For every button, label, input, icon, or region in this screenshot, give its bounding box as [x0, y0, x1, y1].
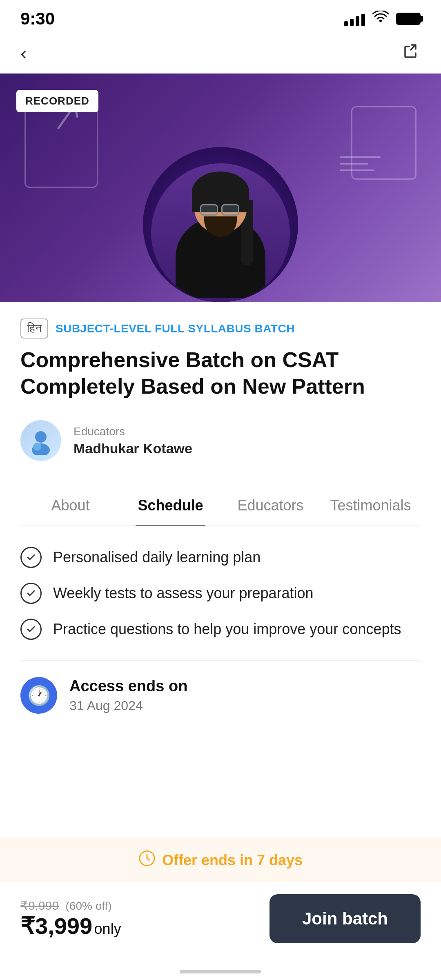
current-price: ₹3,999 [20, 913, 92, 939]
check-circle-icon [20, 619, 42, 640]
feature-item: Weekly tests to assess your preparation [20, 583, 421, 604]
offer-clock-icon [138, 850, 156, 871]
avatar [20, 420, 61, 461]
svg-point-2 [33, 443, 41, 451]
educator-silhouette [163, 167, 278, 298]
tab-educators[interactable]: Educators [220, 486, 321, 526]
nav-bar: ‹ [0, 33, 441, 74]
feature-text-2: Weekly tests to assess your preparation [53, 585, 314, 602]
access-label: Access ends on [69, 677, 187, 695]
batch-type-row: हिन SUBJECT-LEVEL FULL SYLLABUS BATCH [20, 318, 421, 339]
battery-icon [396, 13, 421, 25]
home-indicator-bar [180, 970, 261, 973]
check-circle-icon [20, 583, 42, 604]
check-circle-icon [20, 547, 42, 568]
hindi-badge: हिन [20, 318, 48, 339]
educator-figure [151, 163, 290, 302]
educator-text: Educators Madhukar Kotawe [74, 425, 192, 457]
join-batch-button[interactable]: Join batch [270, 894, 421, 943]
pricing-bar: ₹9,999 (60% off) ₹3,999 only Join batch [0, 882, 441, 964]
home-indicator [0, 964, 441, 980]
feature-text-1: Personalised daily learning plan [53, 549, 261, 566]
discount-badge: (60% off) [66, 900, 112, 912]
signal-icon [344, 11, 365, 26]
status-bar: 9:30 [0, 0, 441, 33]
price-only: only [94, 920, 121, 937]
offer-text: Offer ends in 7 days [162, 852, 303, 869]
tab-testimonials[interactable]: Testimonials [321, 486, 421, 526]
current-price-row: ₹3,999 only [20, 913, 121, 939]
educator-label: Educators [74, 425, 192, 438]
access-card: 🕐 Access ends on 31 Aug 2024 [20, 660, 421, 730]
content-area: हिन SUBJECT-LEVEL FULL SYLLABUS BATCH Co… [0, 318, 441, 730]
offer-banner: Offer ends in 7 days [0, 838, 441, 882]
bottom-area: Offer ends in 7 days ₹9,999 (60% off) ₹3… [0, 838, 441, 980]
hero-banner: RECORDED [0, 74, 441, 302]
batch-title: Comprehensive Batch on CSAT Completely B… [20, 347, 421, 400]
original-price-row: ₹9,999 (60% off) [20, 898, 121, 913]
share-button[interactable] [402, 42, 421, 65]
status-time: 9:30 [20, 9, 55, 29]
recorded-badge: RECORDED [16, 90, 98, 112]
price-info: ₹9,999 (60% off) ₹3,999 only [20, 898, 121, 939]
feature-item: Personalised daily learning plan [20, 547, 421, 568]
access-date: 31 Aug 2024 [69, 698, 187, 713]
wifi-icon [372, 10, 389, 27]
schedule-features: Personalised daily learning plan Weekly … [20, 547, 421, 640]
feature-text-3: Practice questions to help you improve y… [53, 621, 401, 638]
shape-square-right [351, 106, 416, 180]
svg-point-0 [35, 431, 47, 443]
educator-info: Educators Madhukar Kotawe [20, 420, 421, 461]
batch-type-label: SUBJECT-LEVEL FULL SYLLABUS BATCH [56, 322, 295, 335]
tab-about[interactable]: About [20, 486, 120, 526]
feature-item: Practice questions to help you improve y… [20, 619, 421, 640]
shape-lines-right [340, 156, 381, 171]
clock-icon: 🕐 [20, 677, 57, 714]
original-price: ₹9,999 [20, 899, 59, 912]
back-button[interactable]: ‹ [20, 43, 27, 63]
tab-schedule[interactable]: Schedule [120, 486, 220, 526]
educator-name: Madhukar Kotawe [74, 441, 192, 457]
educator-hero-circle [143, 147, 298, 302]
tabs-container: About Schedule Educators Testimonials [20, 486, 421, 526]
status-icons [344, 10, 421, 27]
access-details: Access ends on 31 Aug 2024 [69, 677, 187, 713]
